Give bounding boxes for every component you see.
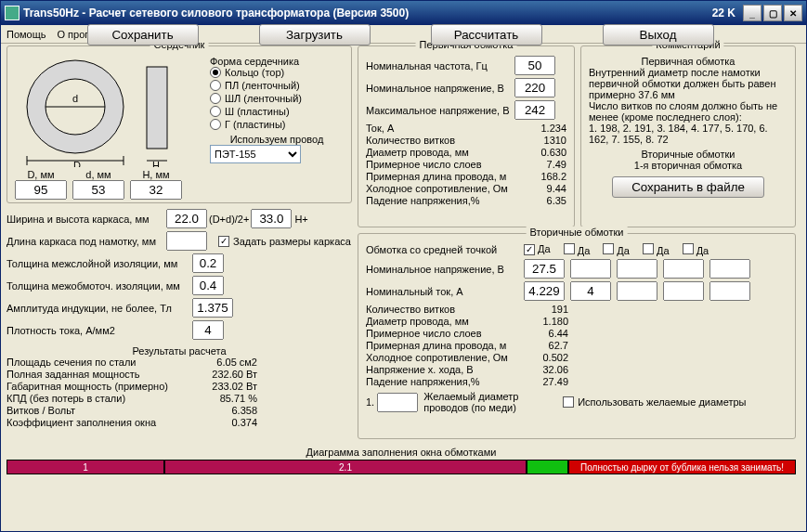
window-title: Trans50Hz - Расчет сетевого силового тра…	[23, 6, 409, 19]
result-value-0: 6.05 см2	[211, 357, 257, 368]
d-label: d, мм	[72, 169, 124, 180]
load-button[interactable]: Загрузить	[259, 24, 371, 45]
save-button[interactable]: Сохранить	[87, 24, 199, 45]
group-secondary: Вторичные обмотки Обмотка со средней точ…	[358, 233, 796, 439]
primary-maxv-input[interactable]	[514, 100, 555, 120]
sec-nomv-input-4[interactable]	[663, 259, 704, 279]
titlebar: Trans50Hz - Расчет сетевого силового тра…	[1, 1, 806, 25]
sec-nomv-input-3[interactable]	[617, 259, 657, 279]
sec-check-label-4: Да	[696, 245, 709, 256]
result-value-1: 232.60 Вт	[211, 369, 257, 380]
H-input[interactable]	[130, 180, 182, 200]
shape-radio-4[interactable]	[210, 119, 221, 130]
primary-row-label-1: Количество витков	[366, 135, 455, 146]
shape-radio-label-1: ПЛ (ленточный)	[225, 80, 300, 91]
group-primary: Первичная обмотка Номинальная частота, Г…	[358, 45, 575, 227]
shape-radio-3[interactable]	[210, 106, 221, 117]
comment-sec1: 1-я вторичная обмотка	[589, 160, 787, 171]
save-file-button[interactable]: Сохранить в файле	[612, 176, 764, 198]
result-label-3: КПД (без потерь в стали)	[7, 393, 125, 404]
comment-p4: 1. 198, 2. 191, 3. 184, 4. 177, 5. 170, …	[589, 123, 787, 145]
interwind-input[interactable]	[192, 276, 224, 295]
diagram-seg-21: 2.1	[164, 460, 527, 474]
comment-sectitle: Вторичные обмотки	[589, 149, 787, 160]
frame-mid-label: (D+d)/2+	[209, 214, 249, 225]
primary-nomv-label: Номинальное напряжение, В	[366, 83, 514, 94]
shape-radio-label-0: Кольцо (тор)	[225, 67, 284, 78]
exit-button[interactable]: Выход	[603, 24, 714, 45]
secondary-row-label-3: Примерная длина провода, м	[366, 340, 506, 351]
diagram-seg-1: 1	[7, 460, 164, 474]
comment-p2: Внутренний диаметр после намотки первичн…	[589, 67, 787, 100]
secondary-row-label-0: Количество витков	[366, 304, 455, 315]
result-label-5: Коэффициент заполнения окна	[7, 417, 156, 428]
sec-nomi-input-1[interactable]	[524, 281, 565, 301]
diagram-seg-green	[527, 460, 568, 474]
frame-len-input[interactable]	[166, 231, 207, 251]
calc-button[interactable]: Рассчитать	[431, 24, 542, 45]
primary-row-label-5: Холодное сопротивление, Ом	[366, 183, 508, 194]
primary-nomv-input[interactable]	[514, 78, 555, 97]
result-value-4: 6.358	[211, 405, 257, 416]
secondary-row-label-1: Диаметр провода, мм	[366, 316, 469, 327]
primary-row-value-1: 1310	[520, 135, 566, 146]
primary-row-value-2: 0.630	[520, 147, 566, 158]
shape-radio-0[interactable]	[210, 67, 221, 78]
group-secondary-title: Вторичные обмотки	[527, 227, 628, 238]
result-value-3: 85.71 %	[211, 393, 257, 404]
sec-nomi-input-5[interactable]	[709, 281, 750, 301]
frame-len-label: Длина каркаса под намотку, мм	[7, 236, 166, 247]
shape-radio-label-4: Г (пластины)	[225, 119, 286, 130]
secondary-row-value-2: 6.44	[522, 328, 568, 339]
sec-check-3[interactable]	[643, 243, 654, 254]
group-core: Сердечник d D H	[7, 45, 352, 203]
frame-wh-label: Ширина и высота каркаса, мм	[7, 214, 166, 225]
secondary-row-label-6: Падение напряжения,%	[366, 376, 480, 387]
maximize-button[interactable]: ▢	[763, 5, 782, 21]
shape-radio-2[interactable]	[210, 93, 221, 104]
interlayer-input[interactable]	[192, 253, 224, 273]
svg-text:D: D	[73, 160, 81, 167]
sec-check-1[interactable]	[564, 243, 575, 254]
frame-h-input[interactable]	[251, 209, 292, 228]
center-tap-label: Обмотка со средней точкой	[366, 244, 524, 255]
H-label: H, мм	[130, 169, 182, 180]
primary-freq-input[interactable]	[514, 56, 555, 75]
use-desired-check[interactable]	[563, 396, 574, 408]
desired-input[interactable]	[377, 393, 418, 412]
D-input[interactable]	[15, 180, 67, 200]
sec-nomv-label: Номинальное напряжение, В	[366, 264, 524, 275]
result-value-2: 233.02 Вт	[211, 381, 257, 392]
density-input[interactable]	[192, 320, 224, 340]
primary-row-label-6: Падение напряжения,%	[366, 195, 480, 206]
minimize-button[interactable]: _	[743, 5, 761, 21]
svg-text:H: H	[152, 160, 160, 167]
diagram-title: Диаграмма заполнения окна обмотками	[7, 447, 796, 458]
frame-w-input[interactable]	[166, 209, 207, 228]
sec-check-4[interactable]	[683, 243, 694, 254]
induction-input[interactable]	[192, 298, 233, 318]
sec-nomv-input-2[interactable]	[570, 259, 611, 279]
sec-nomv-input-1[interactable]	[524, 259, 565, 279]
primary-row-value-6: 6.35	[520, 195, 566, 206]
primary-row-value-3: 7.49	[520, 159, 566, 170]
wire-select[interactable]: ПЭТ-155	[210, 145, 301, 163]
d-input[interactable]	[72, 180, 124, 200]
sec-check-2[interactable]	[603, 243, 614, 254]
sec-nomi-input-3[interactable]	[617, 281, 657, 301]
sec-nomi-input-2[interactable]	[570, 281, 611, 301]
shape-radio-1[interactable]	[210, 80, 221, 91]
primary-freq-label: Номинальная частота, Гц	[366, 60, 514, 71]
sec-nomv-input-5[interactable]	[709, 259, 750, 279]
secondary-row-label-2: Примерное число слоев	[366, 328, 482, 339]
primary-row-label-4: Примерная длина провода, м	[366, 171, 506, 182]
results-title: Результаты расчета	[7, 345, 352, 357]
set-dims-check[interactable]	[218, 236, 229, 247]
group-comment: Комментарий Первичная обмотка Внутренний…	[580, 45, 796, 227]
shape-radio-label-2: ШЛ (ленточный)	[225, 93, 302, 104]
sec-nomi-input-4[interactable]	[663, 281, 704, 301]
sec-check-0[interactable]	[524, 244, 535, 255]
secondary-row-value-5: 32.06	[522, 364, 568, 375]
secondary-row-value-0: 191	[522, 304, 568, 315]
close-button[interactable]: ✕	[784, 5, 802, 21]
